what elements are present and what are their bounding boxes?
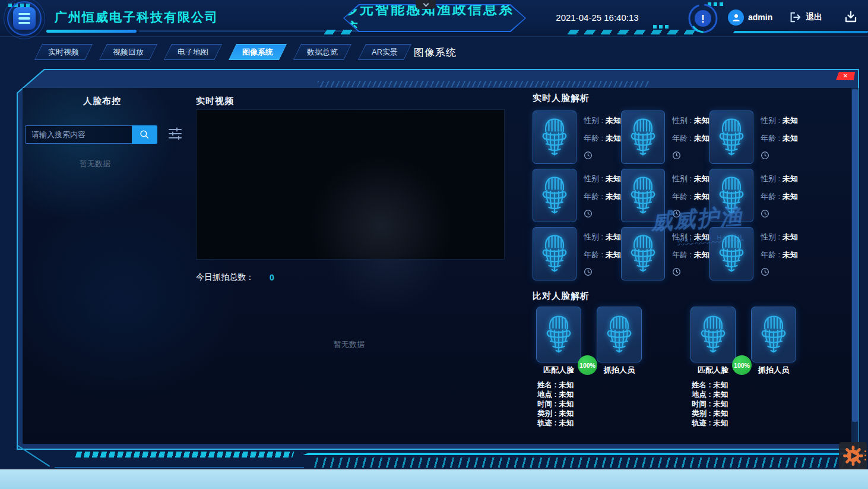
company-name: 广州恒威电子科技有限公司: [55, 9, 218, 26]
detail-value: 未知: [559, 400, 574, 408]
detail-label: 类别 :: [692, 409, 713, 418]
scrollbar-thumb[interactable]: [852, 89, 858, 422]
match-face-label: 匹配人脸: [536, 365, 581, 376]
capture-face-label: 抓拍人员: [751, 365, 796, 376]
face-cell: 性别 : 未知 年龄 : 未知: [533, 227, 621, 285]
gender-value: 未知: [694, 174, 709, 183]
age-value: 未知: [783, 250, 798, 259]
age-value: 未知: [694, 250, 709, 259]
face-card[interactable]: [533, 111, 576, 164]
face-cell: 性别 : 未知 年龄 : 未知: [621, 111, 709, 169]
nav-tab-label: 电子地图: [164, 45, 221, 59]
video-list-empty: 暂无数据: [313, 339, 385, 350]
hamburger-menu-icon[interactable]: [13, 7, 36, 30]
face-info: 性别 : 未知 年龄 : 未知: [761, 169, 798, 227]
nav-tab[interactable]: 电子地图: [164, 44, 222, 60]
nav-tab[interactable]: 图像系统: [229, 44, 287, 60]
face-cell: 性别 : 未知 年龄 : 未知: [533, 111, 621, 169]
age-label: 年龄 :: [584, 250, 606, 259]
face-card[interactable]: [533, 169, 576, 222]
face-watch-title: 人脸布控: [31, 96, 173, 107]
gender-label: 性别 :: [672, 232, 694, 241]
alarm-icon[interactable]: !: [688, 3, 718, 34]
age-label: 年龄 :: [672, 192, 694, 201]
detail-row: 姓名 : 未知: [537, 380, 574, 390]
clock-icon: [761, 267, 769, 276]
detail-label: 地点 :: [692, 390, 713, 399]
wireframe-face-icon: [698, 315, 728, 354]
compare-pair: 匹配人脸 抓拍人员 100% 姓名 : 未知 地点 : 未知 时间 : 未知 类…: [690, 307, 845, 431]
gender-label: 性别 :: [672, 174, 694, 183]
clock-icon: [761, 209, 769, 218]
face-info: 性别 : 未知 年龄 : 未知: [761, 227, 798, 285]
match-face-label: 匹配人脸: [690, 365, 736, 376]
face-cell: 性别 : 未知 年龄 : 未知: [709, 169, 804, 227]
face-card[interactable]: [533, 227, 576, 280]
capture-face-card[interactable]: [597, 307, 642, 362]
desktop-root: 广州恒威电子科技有限公司 多元智能感知渔政信息系统 2021-04-25 16:…: [0, 0, 868, 489]
user-avatar[interactable]: [728, 10, 744, 26]
detail-value: 未知: [713, 390, 728, 399]
detail-row: 轨迹 : 未知: [692, 418, 728, 428]
match-face-card[interactable]: [690, 307, 736, 362]
face-card[interactable]: [621, 169, 665, 222]
wireframe-face-icon: [604, 315, 635, 354]
age-label: 年龄 :: [672, 250, 694, 259]
face-cell: 性别 : 未知 年龄 : 未知: [621, 227, 709, 285]
clock-icon: [584, 151, 593, 160]
chevron-down-icon: [423, 1, 429, 7]
logout-button[interactable]: 退出: [788, 11, 822, 24]
nav-tab[interactable]: 数据总览: [293, 44, 351, 60]
decor-accent-right: [733, 31, 868, 33]
page-title: 图像系统: [376, 46, 495, 59]
compare-details: 姓名 : 未知 地点 : 未知 时间 : 未知 类别 : 未知 轨迹 : 未知: [692, 380, 728, 428]
match-face-card[interactable]: [536, 307, 581, 362]
face-card[interactable]: [709, 227, 753, 280]
face-card[interactable]: [709, 169, 753, 222]
wireframe-face-icon: [758, 315, 789, 354]
wireframe-face-icon: [628, 176, 658, 215]
detail-label: 轨迹 :: [537, 419, 559, 427]
capture-face-card[interactable]: [751, 307, 796, 362]
username-label: admin: [748, 12, 772, 22]
age-label: 年龄 :: [761, 134, 783, 143]
decor-underline: [46, 30, 137, 33]
collapse-notch[interactable]: [416, 0, 436, 9]
gender-value: 未知: [694, 116, 709, 125]
screen-recorder-icon[interactable]: [839, 442, 867, 469]
compare-details: 姓名 : 未知 地点 : 未知 时间 : 未知 类别 : 未知 轨迹 : 未知: [537, 380, 574, 428]
nav-tab[interactable]: 实时视频: [34, 44, 93, 60]
gender-value: 未知: [783, 232, 798, 241]
face-card[interactable]: [621, 111, 665, 164]
decor-bottom-line: [55, 467, 304, 468]
detail-value: 未知: [559, 381, 574, 389]
detail-label: 时间 :: [692, 400, 713, 408]
close-button[interactable]: ✕: [836, 72, 855, 80]
age-value: 未知: [694, 192, 709, 201]
decor-hatch: [318, 81, 650, 87]
gender-label: 性别 :: [584, 174, 606, 183]
age-value: 未知: [606, 134, 621, 143]
wireframe-face-icon: [716, 176, 747, 215]
age-value: 未知: [783, 134, 798, 143]
download-icon[interactable]: [843, 10, 860, 26]
search-button[interactable]: [132, 125, 157, 144]
age-label: 年龄 :: [761, 250, 783, 259]
detail-label: 姓名 :: [692, 381, 713, 389]
detail-label: 时间 :: [537, 400, 559, 408]
face-card[interactable]: [709, 111, 753, 164]
face-info: 性别 : 未知 年龄 : 未知: [761, 111, 798, 169]
capture-count-value: 0: [270, 273, 274, 282]
decor-stripes: [309, 458, 867, 468]
gender-value: 未知: [606, 174, 621, 183]
search-input[interactable]: [25, 125, 132, 144]
wireframe-face-icon: [716, 234, 747, 273]
wireframe-face-icon: [543, 315, 574, 354]
wireframe-face-icon: [628, 118, 658, 157]
filter-icon[interactable]: [167, 127, 184, 142]
face-watch-empty: 暂无数据: [36, 159, 154, 169]
clock-icon: [584, 267, 593, 276]
face-card[interactable]: [621, 227, 665, 280]
face-cell: 性别 : 未知 年龄 : 未知: [709, 227, 804, 285]
nav-tab[interactable]: 视频回放: [99, 44, 157, 60]
